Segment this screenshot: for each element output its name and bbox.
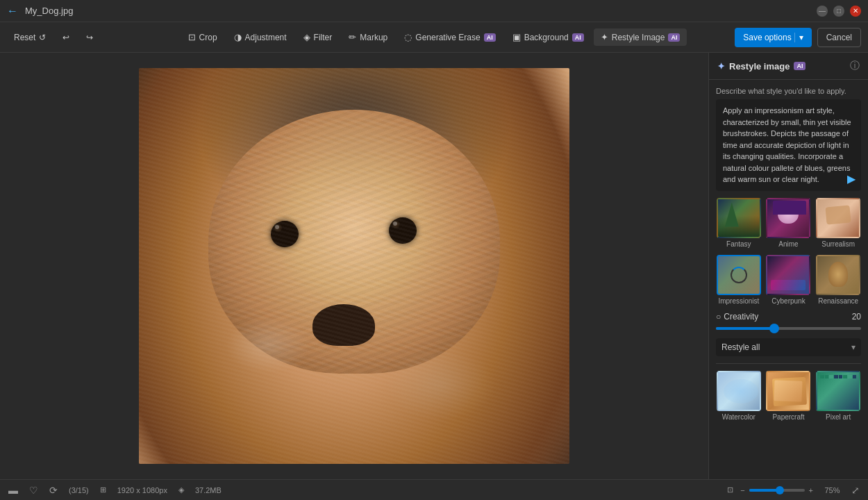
background-icon: ▣ [512,32,521,42]
slider-track[interactable] [716,327,861,330]
save-options-arrow[interactable]: ▾ [794,33,803,42]
background-tool[interactable]: ▣ Background AI [506,28,591,46]
restyle-image-tool[interactable]: ✦ Restyle Image AI [594,28,687,46]
right-panel: ✦ Restyle image AI ⓘ Describe what style… [708,53,868,479]
fantasy-label: Fantasy [726,240,751,248]
p2 [825,375,829,379]
watercolor-blob [724,379,758,403]
p1 [820,375,824,379]
reset-icon: ↺ [39,33,46,42]
filesize: 37.2MB [195,486,222,494]
crop-icon: ⊡ [188,32,196,42]
adjustment-tool[interactable]: ◑ Adjustment [227,28,294,46]
panel-info-icon[interactable]: ⓘ [850,60,860,72]
zoom-value[interactable]: 75% [820,486,844,494]
film-strip-icon[interactable]: ▬ [8,485,18,496]
papercraft-style[interactable]: Papercraft [766,371,812,421]
impressionist-thumbnail [717,255,761,295]
favorites-icon[interactable]: ♡ [29,485,38,496]
generative-erase-ai-badge: AI [484,33,496,42]
zoom-slider[interactable] [749,489,805,492]
cancel-button[interactable]: Cancel [817,28,861,47]
anime-style[interactable]: Anime [766,198,812,248]
canvas-area[interactable] [0,53,708,479]
save-options-button[interactable]: Save options ▾ [735,28,811,47]
filter-label: Filter [314,33,333,42]
toolbar-actions: Save options ▾ Cancel [735,28,861,47]
surrealism-element [826,205,851,224]
restyle-label: Restyle Image [612,33,665,42]
style-description-text[interactable]: Apply an impressionism art style, charac… [716,99,861,191]
pixelart-thumbnail [816,371,860,411]
pixel-grid [820,375,856,407]
surrealism-thumbnail [816,198,860,238]
cyberpunk-style[interactable]: Cyberpunk [766,255,812,305]
style-grid-row3: Watercolor Papercraft Pixel art [716,371,861,421]
description-container: Apply an impressionism art style, charac… [716,99,861,191]
send-button[interactable]: ▶ [847,172,856,185]
image-dimensions-icon: ⊞ [100,485,106,494]
image-dimensions: 1920 x 1080px [117,486,167,494]
pixelart-style[interactable]: Pixel art [815,371,861,421]
redo-button[interactable]: ↪ [79,29,100,46]
generative-erase-tool[interactable]: ◌ Generative Erase AI [397,28,502,46]
renaissance-figure [828,262,848,287]
fantasy-style[interactable]: Fantasy [716,198,762,248]
main-area: ✦ Restyle image AI ⓘ Describe what style… [0,53,868,479]
p7 [848,375,852,379]
panel-title-container: ✦ Restyle image AI [717,61,806,72]
markup-icon: ✏ [349,32,356,42]
anime-hair [773,201,806,215]
zoom-thumb[interactable] [776,486,784,494]
restyle-all-dropdown[interactable]: Restyle all ▾ [716,338,861,356]
restyle-all-label: Restyle all [721,342,760,352]
close-button[interactable]: ✕ [850,6,861,17]
statusbar-right: ⊡ − + 75% ⤢ [727,485,860,496]
background-ai-badge: AI [572,33,584,42]
monitor-icon: ⊡ [727,485,733,494]
divider [716,363,861,364]
watercolor-style[interactable]: Watercolor [716,371,762,421]
zoom-slider-fill [749,489,780,492]
crop-label: Crop [199,33,217,42]
minimize-button[interactable]: — [817,6,828,17]
cyberpunk-label: Cyberpunk [771,297,805,305]
panel-header: ✦ Restyle image AI ⓘ [709,53,868,80]
reset-button[interactable]: Reset ↺ [7,29,53,46]
filter-tool[interactable]: ◈ Filter [297,28,340,46]
renaissance-label: Renaissance [818,297,858,305]
zoom-minus-button[interactable]: − [740,486,744,494]
creativity-value: 20 [852,312,861,322]
anime-label: Anime [778,240,798,248]
impressionist-label: Impressionist [718,297,759,305]
markup-label: Markup [360,33,387,42]
slider-thumb[interactable] [769,324,779,333]
slider-fill [716,327,774,330]
zoom-control: − + [740,486,813,494]
surrealism-style[interactable]: Surrealism [815,198,861,248]
image-count: (3/15) [69,486,89,494]
undo-button[interactable]: ↩ [56,29,76,46]
history-icon[interactable]: ⟳ [49,485,58,496]
p6 [843,375,847,379]
back-button[interactable]: ← [7,5,18,17]
renaissance-style[interactable]: Renaissance [815,255,861,305]
creativity-icon: ○ [716,312,721,322]
generative-erase-label: Generative Erase [415,33,480,42]
panel-body: Describe what style you'd like to apply.… [709,80,868,479]
markup-tool[interactable]: ✏ Markup [342,28,394,46]
maximize-button[interactable]: □ [833,6,844,17]
creativity-row: ○ Creativity 20 [716,312,861,322]
crop-tool[interactable]: ⊡ Crop [181,28,224,46]
save-options-label: Save options [743,33,791,42]
zoom-plus-button[interactable]: + [809,486,813,494]
papercraft-thumbnail [766,371,810,411]
surrealism-label: Surrealism [821,240,855,248]
creativity-slider[interactable] [716,327,861,330]
anime-thumbnail [766,198,810,238]
papercraft-layer2 [774,380,803,401]
watercolor-label: Watercolor [722,413,756,421]
fullscreen-icon[interactable]: ⤢ [851,485,860,496]
impressionist-style[interactable]: Impressionist [716,255,762,305]
toolbar: Reset ↺ ↩ ↪ ⊡ Crop ◑ Adjustment ◈ Filter… [0,22,868,53]
